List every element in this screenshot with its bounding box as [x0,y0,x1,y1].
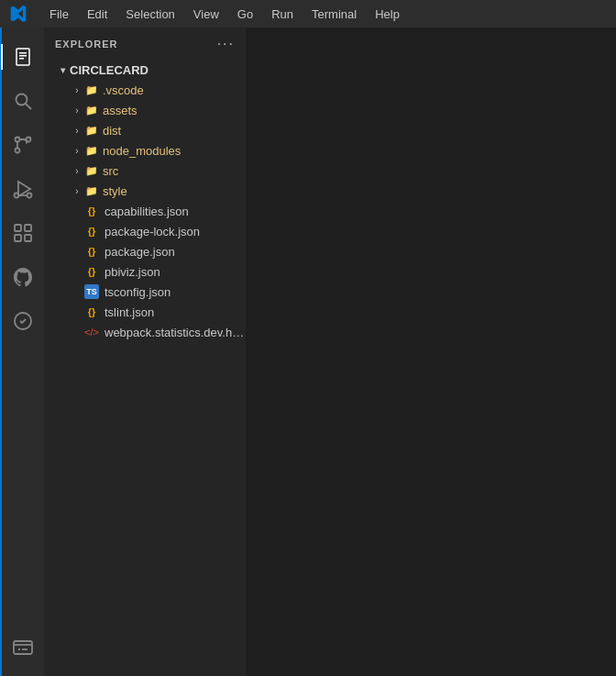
svg-point-7 [16,149,20,153]
node-modules-chevron [70,143,84,158]
tree-item-tslint[interactable]: {} tslint.json [44,302,246,322]
dist-chevron [70,123,84,138]
main-layout: EXPLORER ··· CIRCLECARD 📁 .vscode 📁 asse… [0,28,616,676]
package-lock-label: package-lock.json [104,225,200,238]
svg-rect-14 [25,225,31,231]
json-icon-capabilities: {} [84,204,99,218]
tree-item-capabilities[interactable]: {} capabilities.json [44,201,246,221]
folder-icon-node-modules: 📁 [84,143,99,158]
style-chevron [70,183,84,198]
tree-item-style[interactable]: 📁 style [44,181,246,201]
tree-item-vscode[interactable]: 📁 .vscode [44,80,246,100]
activity-explorer[interactable] [1,35,45,79]
svg-rect-0 [16,49,29,65]
root-chevron [55,62,70,77]
root-label: CIRCLECARD [70,63,148,77]
dist-label: dist [103,124,121,138]
activity-bar [0,28,44,676]
json-icon-package-lock: {} [84,224,99,238]
activity-run-debug[interactable] [1,167,45,211]
svg-rect-13 [15,225,21,231]
menu-item-terminal[interactable]: Terminal [304,6,364,23]
menu-item-view[interactable]: View [186,6,226,23]
tree-item-package[interactable]: {} package.json [44,241,246,261]
menu-item-help[interactable]: Help [368,6,407,23]
json-icon-pbiviz: {} [84,264,99,279]
assets-label: assets [103,104,138,117]
menu-item-file[interactable]: File [42,6,76,23]
activity-remote-explorer[interactable] [1,625,45,669]
folder-icon-vscode: 📁 [84,83,99,97]
src-label: src [103,164,118,178]
tree-item-tsconfig[interactable]: TS tsconfig.json [44,282,246,302]
svg-rect-15 [15,235,21,241]
activity-search[interactable] [1,79,45,123]
activity-github[interactable] [1,255,45,299]
capabilities-label: capabilities.json [104,205,189,218]
node-modules-label: node_modules [103,144,181,158]
html-icon-webpack: </> [84,325,99,339]
tree-item-pbiviz[interactable]: {} pbiviz.json [44,261,246,282]
vscode-logo [9,5,28,23]
menu-item-go[interactable]: Go [230,6,260,23]
activity-extensions[interactable] [1,211,45,255]
folder-icon-style: 📁 [84,183,99,198]
explorer-title: EXPLORER [55,39,118,50]
svg-rect-1 [19,52,27,54]
folder-icon-assets: 📁 [84,103,99,117]
menu-item-selection[interactable]: Selection [118,6,182,23]
vscode-chevron [70,83,84,97]
activity-testing[interactable] [1,299,45,343]
tree-item-dist[interactable]: 📁 dist [44,120,246,140]
json-icon-package: {} [84,244,99,259]
webpack-label: webpack.statistics.dev.html [104,326,246,339]
svg-line-5 [26,104,31,109]
style-label: style [103,184,127,198]
json-icon-tslint: {} [84,305,99,319]
svg-point-4 [16,94,28,105]
tree-item-package-lock[interactable]: {} package-lock.json [44,221,246,241]
tree-item-src[interactable]: 📁 src [44,161,246,181]
explorer-header: EXPLORER ··· [44,28,246,60]
sidebar-explorer: EXPLORER ··· CIRCLECARD 📁 .vscode 📁 asse… [44,28,246,676]
menu-item-edit[interactable]: Edit [80,6,115,23]
folder-icon-dist: 📁 [84,123,99,138]
vscode-label: .vscode [103,83,144,97]
svg-rect-16 [25,235,31,241]
titlebar: FileEditSelectionViewGoRunTerminalHelp [0,0,616,28]
tslint-label: tslint.json [104,305,154,319]
svg-rect-3 [19,58,24,60]
svg-rect-18 [14,641,32,654]
activity-source-control[interactable] [1,123,45,167]
assets-chevron [70,103,84,117]
svg-point-6 [16,138,20,142]
menu-bar: FileEditSelectionViewGoRunTerminalHelp [42,6,407,23]
folder-icon-src: 📁 [84,163,99,178]
src-chevron [70,163,84,178]
tree-root[interactable]: CIRCLECARD [44,60,246,80]
explorer-more-button[interactable]: ··· [217,36,235,52]
menu-item-run[interactable]: Run [264,6,301,23]
file-tree: CIRCLECARD 📁 .vscode 📁 assets 📁 dist [44,60,246,676]
tsconfig-label: tsconfig.json [104,285,170,299]
package-label: package.json [104,245,175,259]
ts-icon-tsconfig: TS [84,284,99,299]
tree-item-node-modules[interactable]: 📁 node_modules [44,140,246,161]
svg-rect-2 [19,55,27,57]
svg-point-11 [28,194,32,198]
content-area [246,28,616,676]
tree-item-webpack[interactable]: </> webpack.statistics.dev.html [44,322,246,342]
svg-point-10 [15,194,19,198]
pbiviz-label: pbiviz.json [104,265,160,279]
tree-item-assets[interactable]: 📁 assets [44,100,246,120]
